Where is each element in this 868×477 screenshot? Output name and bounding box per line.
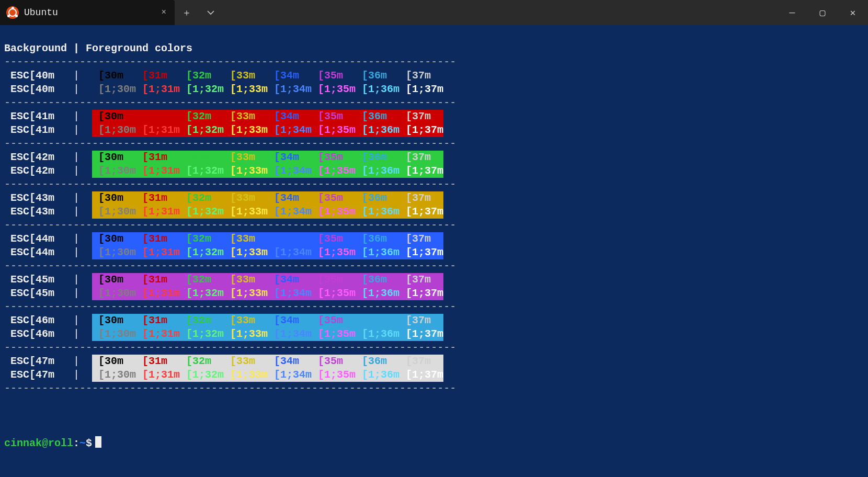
fg-cell: [32m xyxy=(180,232,224,246)
fg-cell: [1;36m xyxy=(356,327,399,341)
pipe: | xyxy=(73,233,92,245)
bg-escape-label: ESC[47m xyxy=(4,369,73,381)
fg-cell: [1;32m xyxy=(180,164,224,178)
fg-cell: [1;30m xyxy=(92,205,136,219)
color-row: ESC[45m | [30m [31m [32m [33m [34m [35m … xyxy=(4,273,868,287)
bg-swatch: [30m [31m [32m [33m [34m [35m [36m [37m xyxy=(92,69,443,83)
fg-cell: [32m xyxy=(180,110,224,123)
pipe: | xyxy=(73,246,92,258)
color-row: ESC[47m | [1;30m [1;31m [1;32m [1;33m [1… xyxy=(4,368,868,382)
tab-dropdown-button[interactable] xyxy=(199,0,223,25)
fg-cell: [31m xyxy=(136,110,180,123)
fg-cell: [30m xyxy=(92,191,136,205)
fg-cell: [37m xyxy=(399,191,443,205)
title-bar: Ubuntu × ＋ — ▢ ✕ xyxy=(0,0,868,25)
fg-cell: [34m xyxy=(268,355,312,368)
color-row: ESC[46m | [30m [31m [32m [33m [34m [35m … xyxy=(4,314,868,327)
fg-cell: [1;31m xyxy=(136,164,180,178)
pipe: | xyxy=(73,274,92,286)
fg-cell: [34m xyxy=(268,273,312,287)
fg-cell: [34m xyxy=(268,314,312,327)
pipe: | xyxy=(73,192,92,204)
fg-cell: [1;35m xyxy=(312,327,356,341)
close-tab-button[interactable]: × xyxy=(159,6,168,19)
pipe: | xyxy=(73,165,92,177)
fg-cell: [1;32m xyxy=(180,123,224,137)
fg-cell: [1;35m xyxy=(312,205,356,219)
tab-title: Ubuntu xyxy=(24,7,154,18)
bg-escape-label: ESC[43m xyxy=(4,192,73,204)
header-bg-label: Background xyxy=(4,42,67,54)
fg-cell: [31m xyxy=(136,232,180,246)
fg-cell: [35m xyxy=(312,69,356,83)
fg-cell: [1;35m xyxy=(312,246,356,259)
fg-cell: [1;31m xyxy=(136,246,180,259)
pipe: | xyxy=(73,314,92,326)
close-window-button[interactable]: ✕ xyxy=(838,0,868,25)
fg-cell: [1;31m xyxy=(136,83,180,96)
fg-cell: [1;35m xyxy=(312,83,356,96)
fg-cell: [1;31m xyxy=(136,123,180,137)
fg-cell: [1;34m xyxy=(268,287,312,300)
bg-swatch: [1;30m [1;31m [1;32m [1;33m [1;34m [1;35… xyxy=(92,368,443,382)
fg-cell: [1;36m xyxy=(356,287,399,300)
fg-cell: [37m xyxy=(399,110,443,123)
fg-cell: [1;34m xyxy=(268,368,312,382)
fg-cell: [31m xyxy=(136,69,180,83)
separator: ----------------------------------------… xyxy=(4,219,868,232)
color-row: ESC[46m | [1;30m [1;31m [1;32m [1;33m [1… xyxy=(4,327,868,341)
fg-cell: [33m xyxy=(224,273,268,287)
bg-escape-label: ESC[40m xyxy=(4,83,73,95)
fg-cell: [33m xyxy=(224,232,268,246)
fg-cell: [1;30m xyxy=(92,164,136,178)
bg-escape-label: ESC[43m xyxy=(4,206,73,218)
fg-cell: [1;35m xyxy=(312,123,356,137)
separator: ----------------------------------------… xyxy=(4,56,456,68)
cursor xyxy=(95,436,101,448)
bg-swatch: [1;30m [1;31m [1;32m [1;33m [1;34m [1;35… xyxy=(92,287,443,300)
fg-cell: [37m xyxy=(399,232,443,246)
bg-swatch: [1;30m [1;31m [1;32m [1;33m [1;34m [1;35… xyxy=(92,164,443,178)
fg-cell: [1;31m xyxy=(136,327,180,341)
fg-cell: [31m xyxy=(136,314,180,327)
separator: ----------------------------------------… xyxy=(4,341,868,355)
maximize-button[interactable]: ▢ xyxy=(807,0,838,25)
tab-ubuntu[interactable]: Ubuntu × xyxy=(0,0,175,25)
prompt-sep: : xyxy=(73,437,79,449)
fg-cell: [30m xyxy=(92,110,136,123)
fg-cell: [1;33m xyxy=(224,246,268,259)
ubuntu-icon xyxy=(6,6,19,19)
prompt-path: ~ xyxy=(79,437,86,449)
color-row: ESC[42m | [1;30m [1;31m [1;32m [1;33m [1… xyxy=(4,164,868,178)
header-fg-label: Foreground colors xyxy=(86,42,192,54)
fg-cell: [1;33m xyxy=(224,205,268,219)
fg-cell: [1;30m xyxy=(92,368,136,382)
fg-cell: [33m xyxy=(224,191,268,205)
window-controls: — ▢ ✕ xyxy=(777,0,868,25)
separator: ----------------------------------------… xyxy=(4,96,868,110)
fg-cell: [36m xyxy=(356,314,399,327)
minimize-button[interactable]: — xyxy=(777,0,807,25)
fg-cell: [33m xyxy=(224,110,268,123)
fg-cell: [1;37m xyxy=(399,327,443,341)
new-tab-button[interactable]: ＋ xyxy=(175,0,199,25)
fg-cell: [1;33m xyxy=(224,368,268,382)
separator: ----------------------------------------… xyxy=(4,137,868,151)
fg-cell: [1;35m xyxy=(312,164,356,178)
fg-cell: [30m xyxy=(92,314,136,327)
color-row: ESC[43m | [30m [31m [32m [33m [34m [35m … xyxy=(4,191,868,205)
terminal-content[interactable]: Background | Foreground colors ---------… xyxy=(0,25,868,464)
fg-cell: [1;31m xyxy=(136,287,180,300)
fg-cell: [1;37m xyxy=(399,287,443,300)
fg-cell: [1;32m xyxy=(180,83,224,96)
pipe: | xyxy=(73,83,92,95)
bg-escape-label: ESC[41m xyxy=(4,124,73,136)
fg-cell: [32m xyxy=(180,151,224,164)
fg-cell: [32m xyxy=(180,191,224,205)
fg-cell: [30m xyxy=(92,232,136,246)
separator: ----------------------------------------… xyxy=(4,300,868,314)
pipe: | xyxy=(73,124,92,136)
fg-cell: [34m xyxy=(268,232,312,246)
bg-swatch: [30m [31m [32m [33m [34m [35m [36m [37m xyxy=(92,273,443,287)
fg-cell: [30m xyxy=(92,355,136,368)
